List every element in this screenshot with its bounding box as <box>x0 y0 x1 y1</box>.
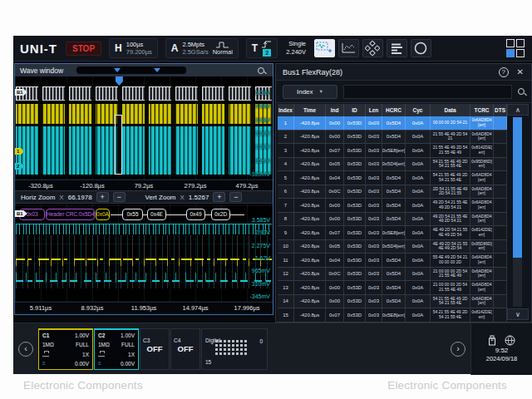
scroll-down-button[interactable]: ∨ <box>507 308 529 320</box>
table-cell-dts <box>494 281 507 294</box>
table-cell-tcrc: 0x6AD8D4[err] <box>470 185 494 199</box>
digital-channel-dot <box>244 344 247 347</box>
table-cell-time: -420.8µs <box>294 131 326 144</box>
events-list-button[interactable] <box>387 39 407 57</box>
frame-navigator-strip[interactable] <box>76 66 186 74</box>
table-row[interactable]: 10-420.8µs0x050x53D0x030x5D4[err]0x0A4E … <box>278 240 507 254</box>
wave-window-title: Wave window <box>20 66 63 75</box>
acquire-settings-button[interactable]: A 2.5Mpts 2.5GSa/s Normal <box>165 38 239 58</box>
table-cell-tcrc: 0x6AD8D4[err] <box>470 268 494 281</box>
digital-channels-tile[interactable]: Digital 0 15 <box>201 328 268 370</box>
full-waveform-view[interactable]: B1 1 2 5.08V4.08V3.08V2.08V1.08V80mV-920… <box>15 76 273 180</box>
list-icon <box>389 42 404 55</box>
search-input[interactable] <box>343 85 512 99</box>
search-icon[interactable] <box>258 67 264 74</box>
channel4-tile[interactable]: C4 OFF <box>170 328 200 370</box>
table-row[interactable]: 8-420.8µs0x000x53D0x030x5D40x0A49 2D 54 … <box>278 213 507 227</box>
digital-channel-dot <box>219 344 222 347</box>
c1-offset: 0.00V <box>75 361 89 367</box>
digital-first-channel: 0 <box>259 338 263 344</box>
channel2-tile[interactable]: C21.00V 1MΩFULL 1X ≡0.00V <box>94 328 139 370</box>
filter-column-select[interactable]: Index ▼ <box>283 85 337 99</box>
scrollbar-thumb[interactable] <box>513 117 522 258</box>
table-cell-len: 0x03 <box>366 158 382 171</box>
table-cell-id: 0x53D <box>344 185 366 199</box>
table-row[interactable]: 7-420.8µs0x000x53D0x030x5D40x0A49 2D 54 … <box>278 199 507 213</box>
table-cell-ind: 0x00 <box>326 116 344 130</box>
table-cell-data: 54 21 55 4E 49 2D 54 21 55 4E <box>431 171 470 185</box>
horiz-zoom-in-button[interactable]: + <box>96 192 109 202</box>
table-cell-data: 4E 49 2D 54 21 55 4E 49 2D 54 <box>431 226 470 239</box>
table-row[interactable]: 12-420.8µs0x0C0x53D0x030x5D40x0A21 00 00… <box>278 268 507 282</box>
table-cell-hcrc: 0x5D4 <box>382 213 406 226</box>
table-cell-ind: 0x04 <box>326 171 344 185</box>
digital-last-channel: 15 <box>205 359 211 365</box>
digital-channel-dot <box>224 340 226 342</box>
vert-zoom-in-button[interactable]: + <box>213 192 225 202</box>
expand-right-button[interactable]: › <box>451 342 466 357</box>
oscilloscope-screen: UNI-T STOP H 100µs 79.200µs A 2.5Mpts 2.… <box>13 36 532 374</box>
table-row[interactable]: 15-420.8µs0x070x53D0x030x5E8[err]0x0A54 … <box>278 308 507 323</box>
frame-marker-icon[interactable] <box>114 68 121 72</box>
measure-tool-button[interactable] <box>338 39 359 57</box>
table-cell-index: 4 <box>278 158 294 171</box>
horizontal-settings-button[interactable]: H 100µs 79.200µs <box>109 38 158 58</box>
table-cell-tcrc: 0x95D86D[err] <box>470 240 494 254</box>
zoom-waveform-view[interactable]: 0x03Header CRC:0x5D40x0A0x550x4E0x490x2D… <box>15 204 273 302</box>
system-status-tile[interactable]: 9:52 2024/09/18 <box>470 323 532 375</box>
table-row[interactable]: 6-420.8µs0x0C0x53D0x030x5D40x0A2D 54 21 … <box>278 185 507 200</box>
table-cell-cyc: 0x0A <box>406 240 431 254</box>
table-cell-tcrc: 0x6AD8D4[err] <box>470 281 494 294</box>
table-cell-time: -420.8µs <box>294 116 326 130</box>
wave-zoom-icon <box>316 42 332 55</box>
channel1-tile[interactable]: C11.00V 1MΩFULL 1X ≡0.00V <box>38 328 93 370</box>
collapse-left-button[interactable]: ‹ <box>18 342 33 357</box>
table-cell-tcrc: 0x95D86D[err] <box>470 158 494 171</box>
digital-channel-dot <box>219 348 222 351</box>
table-cell-ind: 0x07 <box>326 308 344 322</box>
scroll-up-button[interactable]: ∧ <box>507 104 529 116</box>
axis-label: 2.275V <box>252 243 270 249</box>
axis-label: 14.974µs <box>170 304 221 312</box>
table-row[interactable]: 2-420.8µs0x000x53D0x030x5D40x0A21 55 4E … <box>278 131 507 145</box>
column-header: Time <box>294 104 326 116</box>
search-icon[interactable] <box>518 88 525 95</box>
table-row[interactable]: 5-420.8µs0x040x53D0x030x5D40x0A54 21 55 … <box>278 171 507 185</box>
table-row[interactable]: 11-420.8µs0x040x53D0x030x5D40x0A55 4E 49… <box>278 254 507 268</box>
network-globe-icon <box>505 335 515 346</box>
table-row[interactable]: 13-420.8µs0x000x53D0x030x5D40x0A21 00 00… <box>278 281 507 295</box>
table-row[interactable]: 4-420.8µs0x050x53D0x030x5D4[err]0x0A54 2… <box>278 158 507 172</box>
xy-display-button[interactable] <box>362 39 383 57</box>
table-row[interactable]: 1-420.8µs0x000x53D0x030x5D40x0A00 00 00 … <box>278 116 507 131</box>
display-layout-button[interactable] <box>506 39 525 57</box>
channel3-tile[interactable]: C3 OFF <box>140 328 170 370</box>
axis-label: 4.08V <box>255 103 270 109</box>
zoom-region-indicator[interactable] <box>115 115 122 175</box>
help-icon[interactable]: ? <box>499 67 509 77</box>
scrollbar-track[interactable] <box>513 117 522 307</box>
circle-tool-button[interactable] <box>411 39 431 57</box>
top-toolbar: UNI-T STOP H 100µs 79.200µs A 2.5Mpts 2.… <box>13 36 532 62</box>
table-cell-cyc: 0x0A <box>406 308 431 322</box>
table-cell-hcrc: 0x5D4 <box>382 199 406 212</box>
table-cell-index: 15 <box>278 308 294 322</box>
table-cell-ind: 0x00 <box>326 131 344 144</box>
full-wave-time-axis: -320.8µs-120.8µs79.2µs279.2µs479.2µs <box>15 180 273 190</box>
layout-cell-active <box>506 49 515 57</box>
table-row[interactable]: 3-420.8µs0x070x53D0x030x5E8[err]0x0A21 5… <box>278 144 507 158</box>
axis-label: 3.08V <box>255 117 270 123</box>
close-icon[interactable]: ✕ <box>517 67 524 76</box>
run-stop-button[interactable]: STOP <box>66 42 101 56</box>
trigger-settings-button[interactable]: T 2 <box>246 38 278 58</box>
table-row[interactable]: 14-420.8µs0x000x53D0x030x5D40x0A54 21 55… <box>278 295 507 309</box>
vert-zoom-out-button[interactable]: − <box>229 192 242 202</box>
column-header: Data <box>431 104 470 116</box>
wave-zoom-tool-button[interactable] <box>314 39 335 57</box>
horiz-zoom-out-button[interactable]: − <box>113 192 126 202</box>
table-cell-hcrc: 0x5D4 <box>382 295 406 308</box>
table-row[interactable]: 9-420.8µs0x070x53D0x030x5E8[err]0x0A4E 4… <box>278 226 507 240</box>
table-cell-dts <box>494 116 507 130</box>
table-cell-index: 8 <box>278 213 294 226</box>
frame-marker-icon[interactable] <box>154 68 160 72</box>
digital-channel-dot <box>236 344 239 347</box>
